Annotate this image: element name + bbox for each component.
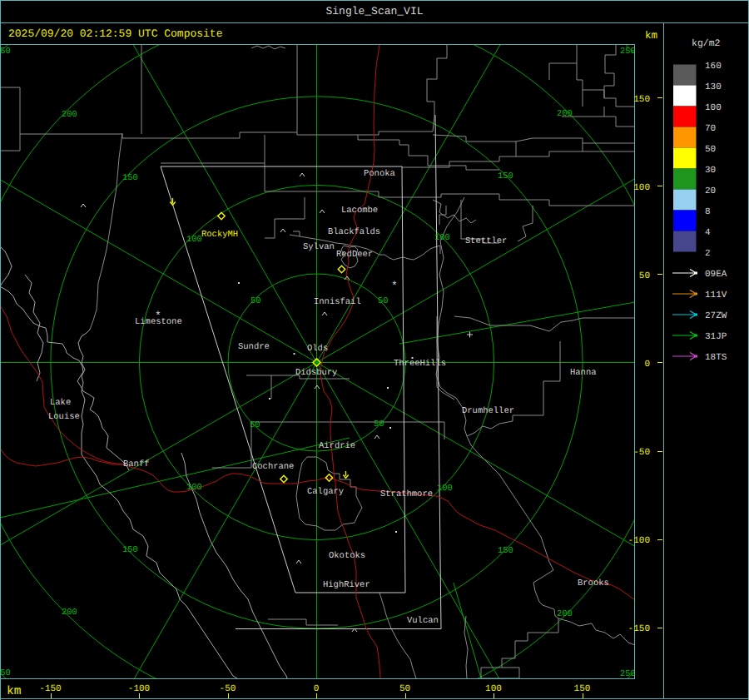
svg-text:2: 2 [705, 249, 711, 259]
svg-text:-50: -50 [633, 448, 650, 458]
svg-text:150: 150 [633, 95, 650, 105]
svg-text:Lake: Lake [50, 398, 71, 408]
svg-text:Okotoks: Okotoks [329, 551, 365, 561]
svg-text:Strathmore: Strathmore [380, 489, 433, 499]
svg-text:150: 150 [498, 171, 513, 181]
svg-text:70: 70 [705, 124, 716, 134]
svg-text:4: 4 [705, 228, 711, 238]
svg-text:250: 250 [0, 47, 11, 57]
svg-text:*: * [391, 280, 398, 292]
svg-text:Blackfalds: Blackfalds [328, 227, 380, 237]
svg-text:150: 150 [122, 173, 138, 183]
svg-text:100: 100 [437, 484, 453, 494]
svg-text:ThreeHills: ThreeHills [394, 359, 446, 369]
svg-text:27ZW: 27ZW [705, 311, 727, 321]
svg-text:Banff: Banff [123, 459, 150, 469]
svg-text:kg/m2: kg/m2 [692, 38, 721, 49]
svg-text:-150: -150 [628, 624, 650, 634]
svg-text:150: 150 [498, 546, 513, 556]
svg-text:100: 100 [485, 684, 502, 694]
svg-text:Lacombe: Lacombe [341, 206, 378, 216]
svg-text:50: 50 [374, 420, 384, 429]
svg-text:111V: 111V [705, 290, 727, 300]
svg-text:130: 130 [705, 82, 722, 92]
svg-text:Innisfail: Innisfail [314, 297, 361, 307]
svg-text:*: * [155, 310, 161, 322]
svg-text:0: 0 [644, 360, 650, 370]
svg-text:Brooks: Brooks [578, 578, 609, 588]
svg-text:RockyMH: RockyMH [201, 230, 238, 240]
svg-text:0: 0 [314, 684, 320, 694]
svg-text:200: 200 [62, 110, 77, 120]
svg-text:2025/09/20 02:12:59 UTC Compos: 2025/09/20 02:12:59 UTC Composite [8, 27, 222, 40]
svg-text:150: 150 [574, 684, 591, 694]
svg-text:100: 100 [434, 233, 450, 243]
svg-text:50: 50 [399, 684, 410, 694]
svg-text:Calgary: Calgary [307, 487, 344, 497]
svg-text:30: 30 [705, 166, 716, 176]
svg-text:50: 50 [639, 271, 650, 281]
svg-text:km: km [645, 30, 657, 42]
svg-text:Didsbury: Didsbury [295, 368, 337, 378]
svg-text:250: 250 [620, 47, 636, 57]
svg-text:Single_Scan_VIL: Single_Scan_VIL [325, 5, 423, 17]
svg-text:Sylvan: Sylvan [303, 242, 335, 252]
svg-text:km: km [7, 685, 21, 698]
svg-text:250: 250 [620, 669, 636, 679]
svg-text:200: 200 [557, 109, 573, 119]
svg-text:50: 50 [250, 420, 260, 430]
svg-text:Vulcan: Vulcan [407, 616, 439, 626]
svg-text:100: 100 [705, 103, 722, 113]
svg-text:160: 160 [705, 62, 722, 72]
svg-text:Sundre: Sundre [238, 342, 270, 352]
svg-text:100: 100 [633, 183, 650, 193]
svg-text:-100: -100 [628, 536, 650, 546]
svg-text:250: 250 [0, 668, 11, 678]
svg-text:150: 150 [122, 545, 138, 555]
svg-text:50: 50 [250, 296, 261, 306]
svg-text:Stettler: Stettler [465, 236, 507, 246]
svg-text:-50: -50 [220, 684, 236, 694]
svg-text:8: 8 [705, 207, 711, 217]
svg-text:-100: -100 [128, 684, 150, 694]
svg-text:50: 50 [705, 145, 716, 155]
svg-text:Louise: Louise [48, 412, 80, 422]
svg-text:20: 20 [705, 186, 716, 196]
svg-text:Olds: Olds [307, 344, 328, 354]
svg-text:09EA: 09EA [705, 270, 727, 280]
svg-text:-150: -150 [39, 684, 61, 694]
svg-text:Drumheller: Drumheller [462, 406, 514, 416]
svg-text:HighRiver: HighRiver [323, 580, 370, 590]
svg-text:31JP: 31JP [705, 332, 727, 342]
svg-text:100: 100 [186, 235, 202, 245]
svg-text:50: 50 [378, 296, 389, 306]
svg-text:100: 100 [186, 483, 202, 493]
svg-text:Ponoka: Ponoka [364, 169, 395, 179]
svg-text:200: 200 [557, 609, 573, 619]
svg-text:Airdrie: Airdrie [319, 441, 355, 451]
svg-text:Hanna: Hanna [570, 368, 597, 378]
svg-text:200: 200 [62, 608, 77, 618]
svg-text:18TS: 18TS [705, 353, 727, 363]
svg-text:RedDeer: RedDeer [336, 250, 373, 260]
svg-text:Cochrane: Cochrane [252, 462, 294, 472]
